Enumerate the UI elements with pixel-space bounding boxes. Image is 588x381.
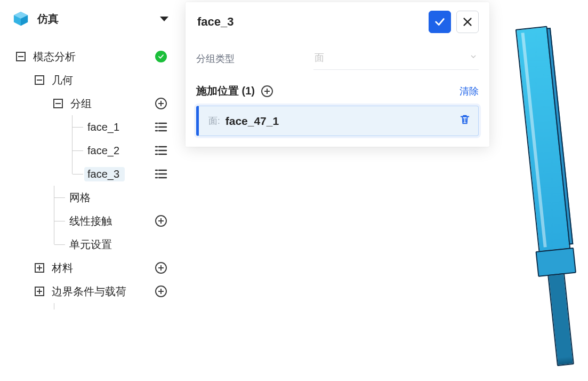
- add-material-button[interactable]: [154, 260, 168, 275]
- add-contact-button[interactable]: [154, 213, 168, 228]
- delete-icon[interactable]: [459, 114, 471, 128]
- field-label: 分组类型: [196, 52, 313, 65]
- collapse-icon[interactable]: [35, 75, 44, 85]
- tree-node-label: 网格: [69, 190, 91, 205]
- add-group-button[interactable]: [154, 96, 168, 111]
- select-value: 面: [315, 51, 469, 64]
- list-icon[interactable]: [154, 120, 168, 134]
- sidebar-header: 仿真: [0, 0, 178, 37]
- tree-node-solver[interactable]: 求解器: [0, 303, 178, 309]
- tree-node-material[interactable]: 材料: [0, 256, 178, 280]
- list-icon[interactable]: [154, 143, 168, 158]
- property-header: face_3: [196, 11, 479, 33]
- tree-node-label: 材料: [52, 261, 73, 275]
- tree-node-label: 分组: [70, 97, 92, 111]
- simulation-cube-icon: [13, 11, 29, 27]
- status-ok-icon: [154, 49, 168, 64]
- tree-node-label: 单元设置: [69, 237, 112, 252]
- chevron-down-icon: [469, 52, 478, 64]
- close-button[interactable]: [456, 11, 479, 33]
- viewport-3d-model[interactable]: [500, 24, 588, 370]
- collapse-icon[interactable]: [53, 99, 63, 108]
- tree-node-label: 几何: [52, 73, 73, 88]
- model-mid: [535, 248, 576, 277]
- field-group-type: 分组类型 面: [196, 47, 479, 70]
- tree-node-label: face_1: [87, 121, 119, 133]
- tree-node-mesh[interactable]: 网格: [0, 186, 178, 209]
- model-stem: [547, 273, 574, 366]
- list-icon[interactable]: [154, 166, 168, 181]
- tree-node-modal-analysis[interactable]: 模态分析: [0, 45, 178, 68]
- tree-node-label: 边界条件与载荷: [52, 284, 126, 299]
- expand-icon[interactable]: [35, 287, 44, 296]
- group-type-select[interactable]: 面: [313, 47, 479, 70]
- clear-button[interactable]: 清除: [460, 85, 479, 98]
- add-boundary-button[interactable]: [154, 284, 168, 299]
- tree-node-groups[interactable]: 分组: [0, 92, 178, 115]
- add-position-button[interactable]: [261, 85, 273, 97]
- collapse-icon[interactable]: [16, 52, 26, 61]
- section-applied-positions: 施加位置 (1) 清除: [196, 84, 479, 98]
- selected-face-item[interactable]: 面: face_47_1: [196, 106, 479, 136]
- sidebar-title: 仿真: [37, 12, 151, 26]
- property-panel: face_3 分组类型 面 施加位置 (1) 清除 面: face: [186, 2, 489, 147]
- confirm-button[interactable]: [429, 11, 451, 33]
- tree-leaf-face-3[interactable]: face_3: [0, 162, 178, 186]
- expand-icon[interactable]: [35, 263, 44, 273]
- app-root: 仿真 模态分析 几何: [0, 0, 588, 381]
- tree-node-label: face_3: [84, 167, 125, 181]
- property-title: face_3: [196, 15, 423, 29]
- tree-node-label: face_2: [87, 145, 119, 157]
- tree: 模态分析 几何 分组: [0, 37, 178, 309]
- tree-node-contact[interactable]: 线性接触: [0, 209, 178, 233]
- tree-node-label: 线性接触: [69, 214, 112, 228]
- tree-leaf-face-2[interactable]: face_2: [0, 139, 178, 162]
- tree-leaf-face-1[interactable]: face_1: [0, 115, 178, 139]
- sidebar-menu-caret-icon[interactable]: [160, 17, 168, 21]
- tree-node-label: 模态分析: [33, 50, 76, 64]
- tree-node-boundary-loads[interactable]: 边界条件与载荷: [0, 280, 178, 303]
- selection-name: face_47_1: [225, 115, 459, 128]
- tree-node-geometry[interactable]: 几何: [0, 68, 178, 92]
- sidebar: 仿真 模态分析 几何: [0, 0, 178, 309]
- tree-node-element-settings[interactable]: 单元设置: [0, 233, 178, 256]
- tree-node-label: 求解器: [69, 308, 101, 310]
- selection-type-label: 面:: [208, 115, 220, 127]
- section-title: 施加位置 (1): [196, 84, 255, 98]
